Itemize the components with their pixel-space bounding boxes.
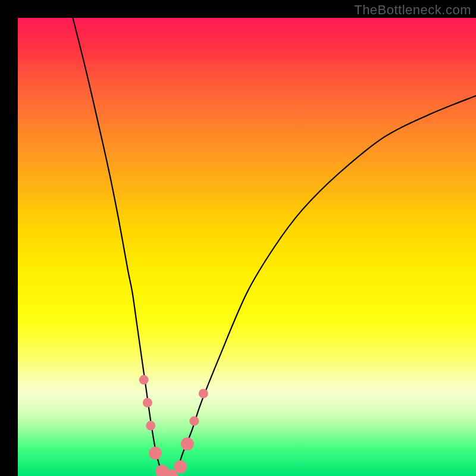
frame: TheBottleneck.com <box>0 0 476 476</box>
bottleneck-curve <box>73 18 476 476</box>
curve-marker <box>139 375 149 384</box>
curve-marker <box>189 416 199 426</box>
curve-marker <box>146 421 155 430</box>
curve-marker <box>199 389 208 398</box>
curve-marker <box>181 437 194 450</box>
curve-marker <box>143 398 152 408</box>
chart-plot-area <box>18 18 476 476</box>
curve-marker <box>174 461 187 474</box>
curve-markers <box>139 375 208 476</box>
watermark-label: TheBottleneck.com <box>354 2 471 18</box>
chart-svg <box>18 18 476 476</box>
curve-marker <box>149 447 162 460</box>
